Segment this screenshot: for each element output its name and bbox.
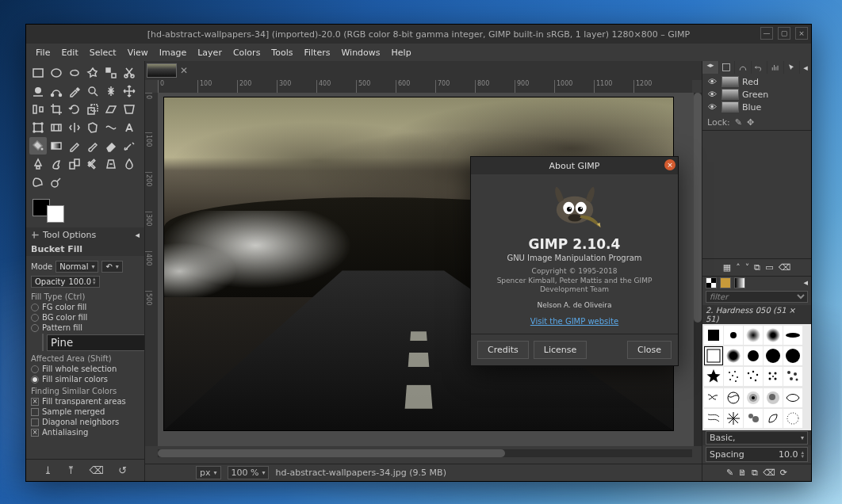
brush-item[interactable] (783, 326, 802, 345)
brush-item[interactable] (783, 346, 802, 365)
brush-item[interactable] (764, 388, 783, 407)
menu-image[interactable]: Image (155, 46, 191, 59)
tab-brushes[interactable] (706, 277, 717, 288)
tool-free-select[interactable] (66, 64, 83, 82)
mode-reset[interactable]: ↶▾ (101, 261, 122, 273)
radio-pattern-fill[interactable] (31, 324, 39, 332)
tool-align[interactable] (29, 101, 47, 118)
tool-measure[interactable] (102, 82, 120, 100)
tab-layers[interactable] (702, 61, 718, 74)
brush-item[interactable] (764, 409, 783, 428)
menu-help[interactable]: Help (387, 46, 416, 59)
tool-paintbrush[interactable] (84, 137, 101, 155)
lower-channel-icon[interactable]: ˅ (745, 262, 750, 273)
channel-thumb[interactable] (721, 89, 739, 100)
dup-brush-icon[interactable]: ⧉ (752, 468, 758, 478)
menu-windows[interactable]: Windows (336, 46, 385, 59)
tool-bucket-fill[interactable] (29, 137, 47, 155)
brush-item[interactable] (764, 326, 783, 345)
channel-thumb[interactable] (721, 101, 739, 113)
tool-gradient[interactable] (48, 137, 65, 155)
tab-undo[interactable] (752, 61, 767, 74)
check-transparent[interactable]: × (31, 398, 39, 406)
menu-colors[interactable]: Colors (228, 46, 265, 59)
tab-gradients[interactable] (734, 277, 745, 288)
tab-menu[interactable]: ◂ (800, 61, 811, 74)
image-tab-thumb[interactable] (147, 63, 177, 78)
tool-perspective[interactable] (121, 101, 138, 118)
eye-icon[interactable]: 👁 (706, 77, 718, 87)
lock-position-icon[interactable]: ✥ (747, 117, 754, 128)
brush-item[interactable] (724, 346, 743, 365)
tab-patterns[interactable] (720, 277, 731, 288)
color-swatches[interactable] (26, 194, 144, 227)
window-maximize[interactable]: ▢ (778, 27, 790, 40)
tool-airbrush[interactable] (121, 137, 138, 155)
lock-pixels-icon[interactable]: ✎ (735, 117, 742, 128)
tool-rotate[interactable] (66, 101, 83, 118)
new-channel-icon[interactable]: ▦ (723, 262, 731, 273)
brush-item[interactable] (744, 346, 763, 365)
brush-filter-input[interactable]: filter (706, 291, 808, 303)
tool-zoom[interactable] (84, 82, 101, 100)
menu-filters[interactable]: Filters (299, 46, 335, 59)
tool-by-color-select[interactable] (102, 64, 120, 82)
tool-blur[interactable] (121, 155, 138, 173)
tool-flip[interactable] (66, 119, 83, 136)
ruler-horizontal[interactable]: 0 100 200 300 400 500 600 700 800 900 10… (158, 80, 692, 93)
brush-item[interactable] (764, 367, 783, 386)
tool-paths[interactable] (48, 82, 65, 100)
ruler-vertical[interactable]: 0 100 200 300 400 500 (145, 93, 158, 446)
new-brush-icon[interactable]: 🗎 (738, 468, 747, 478)
brush-item[interactable] (744, 388, 763, 407)
menu-tools[interactable]: Tools (266, 46, 297, 59)
dup-channel-icon[interactable]: ⧉ (754, 262, 760, 273)
brush-item[interactable] (724, 409, 743, 428)
radio-fg-fill[interactable] (31, 304, 39, 311)
tool-options-menu-icon[interactable]: ◂ (135, 230, 140, 240)
tool-scissors[interactable] (121, 64, 138, 82)
channel-thumb[interactable] (721, 76, 739, 87)
brush-item[interactable] (704, 388, 723, 407)
restore-options-icon[interactable]: ⤒ (67, 464, 75, 476)
tool-mypaint[interactable] (48, 155, 65, 173)
delete-brush-icon[interactable]: ⌫ (763, 468, 775, 478)
background-color[interactable] (47, 205, 64, 223)
brush-preset-select[interactable]: Basic,▾ (706, 431, 808, 445)
check-diagonal[interactable] (31, 418, 39, 426)
tool-smudge[interactable] (29, 174, 47, 191)
save-options-icon[interactable]: ⤓ (44, 464, 52, 476)
raise-channel-icon[interactable]: ˄ (736, 262, 741, 273)
tool-color-picker[interactable] (66, 82, 83, 100)
refresh-brush-icon[interactable]: ⟳ (780, 468, 787, 478)
tab-channels[interactable] (719, 61, 735, 74)
menu-view[interactable]: View (123, 46, 153, 59)
radio-fill-whole[interactable] (31, 365, 39, 373)
tool-dodge-burn[interactable] (48, 174, 65, 191)
radio-fill-similar[interactable] (31, 376, 39, 384)
tool-pencil[interactable] (66, 137, 83, 155)
tool-text[interactable] (121, 119, 138, 136)
tab-histogram[interactable] (767, 61, 783, 74)
tool-cage[interactable] (84, 119, 101, 136)
brush-item[interactable] (704, 346, 723, 365)
tool-perspective-clone[interactable] (102, 155, 120, 173)
brush-item[interactable] (724, 367, 743, 386)
brush-item[interactable] (783, 388, 802, 407)
edit-brush-icon[interactable]: ✎ (726, 468, 733, 478)
menu-edit[interactable]: Edit (56, 46, 82, 59)
tool-handle-transform[interactable] (48, 119, 65, 136)
delete-options-icon[interactable]: ⌫ (90, 464, 104, 476)
tab-pointer[interactable] (784, 61, 800, 74)
reset-options-icon[interactable]: ↺ (118, 464, 127, 476)
brush-item[interactable] (744, 326, 763, 345)
close-button[interactable]: Close (627, 341, 672, 359)
tool-scale[interactable] (84, 101, 101, 118)
brush-item[interactable] (704, 409, 723, 428)
hscrollbar[interactable] (158, 449, 692, 457)
tool-shear[interactable] (102, 101, 120, 118)
about-close-icon[interactable]: × (664, 159, 676, 170)
tool-unified-transform[interactable] (29, 119, 47, 136)
tool-heal[interactable] (84, 155, 101, 173)
mode-select[interactable]: Normal▾ (55, 261, 98, 273)
